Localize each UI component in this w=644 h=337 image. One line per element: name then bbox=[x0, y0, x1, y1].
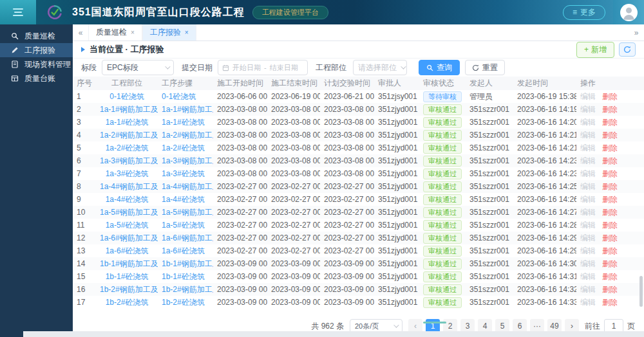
table-row[interactable]: 3 1a-1#砼浇筑 1a-1#砼浇筑 2023-03-08 00:00 202… bbox=[73, 116, 644, 129]
delete-link[interactable]: 删除 bbox=[602, 105, 618, 114]
sidebar-item-process-inspection[interactable]: 工序报验 bbox=[0, 43, 73, 57]
cell-step-link[interactable]: 1a-4#钢筋加工及安装 bbox=[158, 180, 213, 193]
cell-step-link[interactable]: 1a-2#砼浇筑 bbox=[158, 141, 213, 154]
edit-link[interactable]: 编辑 bbox=[580, 182, 596, 191]
table-row[interactable]: 10 1a-5#钢筋加工及安装 1a-5#钢筋加工及安装 2023-02-27 … bbox=[73, 206, 644, 219]
cell-step-link[interactable]: 1b-1#砼浇筑 bbox=[158, 270, 213, 283]
edit-link[interactable]: 编辑 bbox=[580, 259, 596, 268]
cell-part-link[interactable]: 1a-4#钢筋加工及安装 bbox=[96, 180, 158, 193]
date-range-input[interactable]: 开始日期 - 结束日期 bbox=[218, 60, 308, 75]
table-row[interactable]: 6 1a-3#钢筋加工及安装 1a-3#钢筋加工及安装 2023-03-08 0… bbox=[73, 154, 644, 167]
cell-step-link[interactable]: 1a-6#砼浇筑 bbox=[158, 244, 213, 257]
cell-part-link[interactable]: 1b-2#钢筋加工及安装 bbox=[96, 283, 158, 296]
edit-link[interactable]: 编辑 bbox=[580, 105, 596, 114]
edit-link[interactable]: 编辑 bbox=[580, 208, 596, 217]
cell-part-link[interactable]: 1a-5#钢筋加工及安装 bbox=[96, 206, 158, 219]
cell-step-link[interactable]: 1a-2#钢筋加工及安装 bbox=[158, 129, 213, 141]
cell-part-link[interactable]: 1b-1#钢筋加工及安装 bbox=[96, 257, 158, 270]
edit-link[interactable]: 编辑 bbox=[580, 131, 596, 140]
collapse-menu-icon[interactable] bbox=[0, 0, 36, 24]
table-row[interactable]: 4 1a-2#钢筋加工及安装 1a-2#钢筋加工及安装 2023-03-08 0… bbox=[73, 129, 644, 141]
edit-link[interactable]: 编辑 bbox=[580, 285, 596, 294]
sidebar-item-quality-ledger[interactable]: 质量台账 bbox=[0, 71, 73, 86]
table-row[interactable]: 15 1b-1#砼浇筑 1b-1#砼浇筑 2023-03-09 00:00 20… bbox=[73, 270, 644, 283]
table-row[interactable]: 7 1a-3#砼浇筑 1a-3#砼浇筑 2023-03-08 00:00 202… bbox=[73, 167, 644, 180]
table-row[interactable]: 11 1a-5#砼浇筑 1a-5#砼浇筑 2023-02-27 00:00 20… bbox=[73, 219, 644, 232]
edit-link[interactable]: 编辑 bbox=[580, 272, 596, 281]
delete-link[interactable]: 删除 bbox=[602, 156, 618, 165]
reset-button[interactable]: 重置 bbox=[465, 60, 505, 75]
edit-link[interactable]: 编辑 bbox=[580, 169, 596, 178]
sidebar-item-site-documents[interactable]: 现场资料管理 bbox=[0, 57, 73, 71]
cell-part-link[interactable]: 1a-5#砼浇筑 bbox=[96, 219, 158, 232]
edit-link[interactable]: 编辑 bbox=[580, 195, 596, 204]
delete-link[interactable]: 删除 bbox=[602, 246, 618, 255]
cell-part-link[interactable]: 1a-3#钢筋加工及安装 bbox=[96, 154, 158, 167]
table-row[interactable]: 16 1b-2#钢筋加工及安装 1b-2#钢筋加工及安装 2023-03-09 … bbox=[73, 283, 644, 296]
edit-link[interactable]: 编辑 bbox=[580, 118, 596, 127]
cell-step-link[interactable]: 1a-3#钢筋加工及安装 bbox=[158, 154, 213, 167]
cell-step-link[interactable]: 1b-2#砼浇筑 bbox=[158, 296, 213, 309]
add-button[interactable]: + 新增 bbox=[576, 42, 614, 58]
window-horizontal-scrollbar[interactable] bbox=[23, 331, 644, 337]
cell-part-link[interactable]: 1a-1#砼浇筑 bbox=[96, 116, 158, 129]
edit-link[interactable]: 编辑 bbox=[580, 92, 596, 101]
cell-part-link[interactable]: 1b-1#砼浇筑 bbox=[96, 270, 158, 283]
table-row[interactable]: 1 0-1砼浇筑 0-1砼浇筑 2023-06-06 00:00 2023-06… bbox=[73, 90, 644, 103]
tab-process-inspection[interactable]: 工序报验 × bbox=[142, 24, 196, 41]
tab-quality-patrol[interactable]: 质量巡检 × bbox=[88, 24, 142, 41]
cell-step-link[interactable]: 1a-5#砼浇筑 bbox=[158, 219, 213, 232]
vertical-scrollbar-thumb[interactable] bbox=[639, 276, 643, 307]
cell-part-link[interactable]: 1a-4#砼浇筑 bbox=[96, 193, 158, 206]
more-button[interactable]: ≡ 更多 bbox=[563, 5, 605, 20]
delete-link[interactable]: 删除 bbox=[602, 285, 618, 294]
delete-link[interactable]: 删除 bbox=[602, 131, 618, 140]
cell-step-link[interactable]: 1a-1#钢筋加工及安装 bbox=[158, 103, 213, 116]
edit-link[interactable]: 编辑 bbox=[580, 298, 596, 307]
edit-link[interactable]: 编辑 bbox=[580, 143, 596, 152]
cell-part-link[interactable]: 1a-3#砼浇筑 bbox=[96, 167, 158, 180]
cell-step-link[interactable]: 1a-1#砼浇筑 bbox=[158, 116, 213, 129]
table-row[interactable]: 13 1a-6#砼浇筑 1a-6#砼浇筑 2023-02-27 00:00 20… bbox=[73, 244, 644, 257]
close-icon[interactable]: × bbox=[185, 29, 189, 36]
delete-link[interactable]: 删除 bbox=[602, 118, 618, 127]
table-row[interactable]: 8 1a-4#钢筋加工及安装 1a-4#钢筋加工及安装 2023-02-27 0… bbox=[73, 180, 644, 193]
part-select[interactable]: 请选择部位 bbox=[353, 60, 407, 75]
delete-link[interactable]: 删除 bbox=[602, 298, 618, 307]
cell-part-link[interactable]: 1a-6#砼浇筑 bbox=[96, 244, 158, 257]
delete-link[interactable]: 删除 bbox=[602, 208, 618, 217]
horizontal-scrollbar-thumb[interactable] bbox=[423, 322, 446, 323]
delete-link[interactable]: 删除 bbox=[602, 259, 618, 268]
tabs-scroll-right-icon[interactable]: » bbox=[629, 24, 644, 41]
avatar[interactable] bbox=[620, 4, 638, 21]
cell-step-link[interactable]: 1a-6#钢筋加工及安装 bbox=[158, 232, 213, 244]
delete-link[interactable]: 删除 bbox=[602, 195, 618, 204]
table-row[interactable]: 12 1a-6#钢筋加工及安装 1a-6#钢筋加工及安装 2023-02-27 … bbox=[73, 232, 644, 244]
delete-link[interactable]: 删除 bbox=[602, 92, 618, 101]
delete-link[interactable]: 删除 bbox=[602, 221, 618, 230]
close-icon[interactable]: × bbox=[131, 29, 135, 36]
delete-link[interactable]: 删除 bbox=[602, 143, 618, 152]
cell-step-link[interactable]: 1a-5#钢筋加工及安装 bbox=[158, 206, 213, 219]
cell-step-link[interactable]: 0-1砼浇筑 bbox=[158, 90, 213, 103]
delete-link[interactable]: 删除 bbox=[602, 272, 618, 281]
edit-link[interactable]: 编辑 bbox=[580, 233, 596, 242]
cell-step-link[interactable]: 1a-3#砼浇筑 bbox=[158, 167, 213, 180]
search-button[interactable]: 查询 bbox=[419, 60, 460, 75]
cell-part-link[interactable]: 1a-2#钢筋加工及安装 bbox=[96, 129, 158, 141]
edit-link[interactable]: 编辑 bbox=[580, 156, 596, 165]
cell-step-link[interactable]: 1b-2#钢筋加工及安装 bbox=[158, 283, 213, 296]
table-row[interactable]: 14 1b-1#钢筋加工及安装 1b-1#钢筋加工及安装 2023-03-09 … bbox=[73, 257, 644, 270]
delete-link[interactable]: 删除 bbox=[602, 233, 618, 242]
table-row[interactable]: 17 1b-2#砼浇筑 1b-2#砼浇筑 2023-03-09 00:00 20… bbox=[73, 296, 644, 309]
delete-link[interactable]: 删除 bbox=[602, 182, 618, 191]
cell-step-link[interactable]: 1a-4#砼浇筑 bbox=[158, 193, 213, 206]
cell-part-link[interactable]: 0-1砼浇筑 bbox=[96, 90, 158, 103]
edit-link[interactable]: 编辑 bbox=[580, 221, 596, 230]
cell-part-link[interactable]: 1b-2#砼浇筑 bbox=[96, 296, 158, 309]
cell-step-link[interactable]: 1b-1#钢筋加工及安装 bbox=[158, 257, 213, 270]
table-row[interactable]: 9 1a-4#砼浇筑 1a-4#砼浇筑 2023-02-27 00:00 202… bbox=[73, 193, 644, 206]
table-row[interactable]: 2 1a-1#钢筋加工及安装 1a-1#钢筋加工及安装 2023-03-08 0… bbox=[73, 103, 644, 116]
refresh-button[interactable] bbox=[619, 42, 636, 57]
cell-part-link[interactable]: 1a-1#钢筋加工及安装 bbox=[96, 103, 158, 116]
